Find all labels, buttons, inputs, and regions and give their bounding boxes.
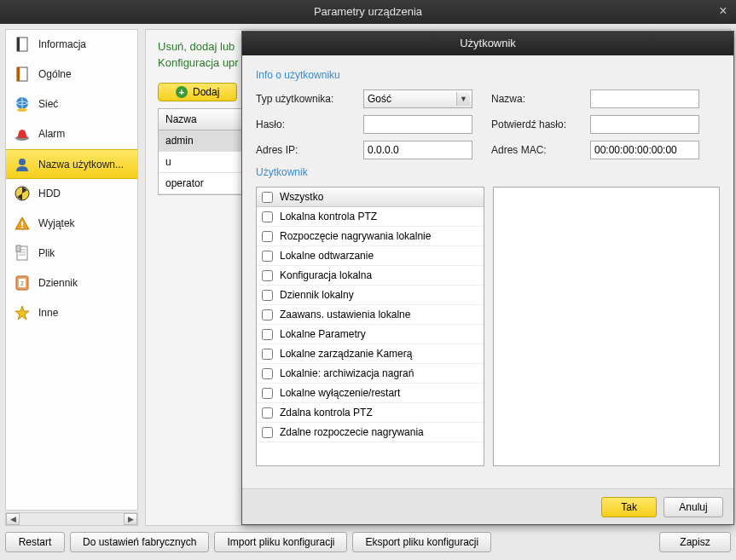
permission-checkbox[interactable]: [262, 309, 273, 320]
permission-checkbox[interactable]: [262, 349, 273, 360]
permission-checkbox[interactable]: [262, 251, 273, 262]
permission-checkbox[interactable]: [262, 388, 273, 399]
permission-label: Lokalnie: archiwizacja nagrań: [280, 367, 414, 379]
permission-item[interactable]: Dziennik lokalny: [257, 286, 484, 305]
cancel-button[interactable]: Anuluj: [664, 497, 723, 517]
factory-button[interactable]: Do ustawień fabrycznych: [70, 532, 209, 552]
sidebar-item-exception[interactable]: Wyjątek: [6, 209, 137, 239]
permission-checkbox[interactable]: [262, 231, 273, 242]
permission-checkbox[interactable]: [262, 211, 273, 222]
sidebar-item-label: Alarm: [38, 128, 65, 140]
sidebar-scrollbar[interactable]: ◀ ▶: [5, 512, 138, 526]
permission-label: Lokalna kontrola PTZ: [280, 211, 377, 222]
permission-item[interactable]: Lokalne odtwarzanie: [257, 246, 484, 266]
close-icon[interactable]: ×: [716, 3, 731, 19]
sidebar-item-label: Dziennik: [38, 277, 78, 289]
permission-item[interactable]: Lokalnie: archiwizacja nagrań: [257, 364, 484, 384]
permission-checkbox[interactable]: [262, 368, 273, 379]
svg-text:2: 2: [20, 280, 24, 286]
confirm-label: Potwierdź hasło:: [491, 118, 583, 130]
svg-point-5: [17, 108, 27, 112]
sidebar-item-hdd[interactable]: HDD: [6, 179, 137, 209]
scroll-track[interactable]: [20, 513, 124, 525]
sidebar-item-label: HDD: [38, 188, 61, 199]
import-button[interactable]: Import pliku konfiguracji: [214, 532, 347, 552]
permission-label: Rozpoczęcie nagrywania lokalnie: [280, 230, 431, 242]
save-button[interactable]: Zapisz: [659, 532, 731, 552]
sidebar-item-network[interactable]: Sieć: [6, 89, 137, 119]
permission-label: Lokalne wyłączenie/restart: [280, 387, 400, 399]
permission-item[interactable]: Wszystko: [257, 188, 484, 207]
permission-item[interactable]: Zdalne rozpoczecie nagrywania: [257, 423, 484, 442]
permission-label: Konfiguracja lokalna: [280, 269, 372, 281]
sidebar-item-other[interactable]: Inne: [6, 298, 137, 328]
info-icon: [13, 35, 32, 54]
ip-input[interactable]: [363, 141, 472, 159]
user-type-select[interactable]: Gość ▼: [363, 89, 472, 108]
password-input[interactable]: [363, 115, 472, 134]
permission-label: Lokalne zarządzanie Kamerą: [280, 348, 412, 360]
scroll-right-icon[interactable]: ▶: [124, 513, 137, 525]
name-input[interactable]: [590, 89, 699, 108]
sidebar-item-username[interactable]: Nazwa użytkown...: [6, 149, 137, 179]
permission-item[interactable]: Lokalne wyłączenie/restart: [257, 384, 484, 403]
mac-input[interactable]: [590, 141, 699, 159]
svg-rect-1: [17, 38, 20, 51]
ok-button[interactable]: Tak: [601, 497, 657, 517]
permission-checkbox[interactable]: [262, 329, 273, 340]
svg-point-7: [19, 159, 26, 165]
chevron-down-icon: ▼: [456, 92, 470, 106]
add-button[interactable]: + Dodaj: [158, 83, 237, 101]
permission-item[interactable]: Lokalna kontrola PTZ: [257, 207, 484, 227]
star-icon: [13, 303, 32, 322]
export-button[interactable]: Eksport pliku konfiguracji: [352, 532, 491, 552]
ip-label: Adres IP:: [256, 144, 356, 156]
sidebar-item-label: Ogólne: [38, 68, 72, 80]
svg-rect-10: [21, 227, 23, 228]
add-button-label: Dodaj: [193, 86, 219, 98]
hdd-icon: [13, 184, 32, 203]
section-info-label: Info o użytkowniku: [256, 69, 720, 81]
file-icon: [13, 244, 32, 263]
warning-icon: [13, 214, 32, 233]
permission-item[interactable]: Konfiguracja lokalna: [257, 266, 484, 286]
permission-label: Zdalne rozpoczecie nagrywania: [280, 426, 424, 438]
permission-checkbox[interactable]: [262, 192, 273, 203]
alarm-icon: [13, 124, 32, 143]
sidebar-item-log[interactable]: 2 Dziennik: [6, 268, 137, 298]
permission-label: Lokalne Parametry: [280, 328, 366, 340]
sidebar-item-label: Nazwa użytkown...: [38, 159, 124, 170]
sidebar-item-alarm[interactable]: Alarm: [6, 119, 137, 149]
form-row: Hasło: Potwierdź hasło:: [256, 115, 720, 134]
bottom-bar: Restart Do ustawień fabrycznych Import p…: [5, 529, 731, 555]
permission-item[interactable]: Rozpoczęcie nagrywania lokalnie: [257, 227, 484, 246]
permission-label: Lokalne odtwarzanie: [280, 250, 374, 262]
permission-label: Zdalna kontrola PTZ: [280, 407, 373, 419]
sidebar-item-general[interactable]: Ogólne: [6, 60, 137, 89]
sidebar-item-file[interactable]: Plik: [6, 239, 137, 268]
permission-item[interactable]: Zdalna kontrola PTZ: [257, 403, 484, 423]
sidebar-item-information[interactable]: Informacja: [6, 30, 137, 60]
confirm-input[interactable]: [590, 115, 699, 134]
permission-checkbox[interactable]: [262, 290, 273, 301]
restart-button[interactable]: Restart: [5, 532, 65, 552]
form-row: Typ użytkownika: Gość ▼ Nazwa:: [256, 89, 720, 108]
permission-checkbox[interactable]: [262, 427, 273, 438]
permission-item[interactable]: Zaawans. ustawienia lokalne: [257, 305, 484, 325]
permission-label: Zaawans. ustawienia lokalne: [280, 309, 410, 320]
general-icon: [13, 65, 32, 84]
user-modal: Użytkownik Info o użytkowniku Typ użytko…: [241, 31, 734, 525]
permission-item[interactable]: Lokalne Parametry: [257, 325, 484, 344]
permissions-detail: [493, 187, 720, 466]
mac-label: Adres MAC:: [491, 144, 583, 156]
user-type-label: Typ użytkownika:: [256, 93, 356, 105]
modal-title: Użytkownik: [242, 32, 733, 55]
permission-checkbox[interactable]: [262, 270, 273, 281]
sidebar-item-label: Inne: [38, 307, 58, 319]
user-icon: [13, 155, 32, 174]
permission-checkbox[interactable]: [262, 407, 273, 419]
permissions-list[interactable]: Wszystko Lokalna kontrola PTZ Rozpoczęci…: [256, 187, 484, 466]
permission-item[interactable]: Lokalne zarządzanie Kamerą: [257, 344, 484, 364]
scroll-left-icon[interactable]: ◀: [6, 513, 20, 525]
sidebar-item-label: Informacja: [38, 38, 86, 50]
